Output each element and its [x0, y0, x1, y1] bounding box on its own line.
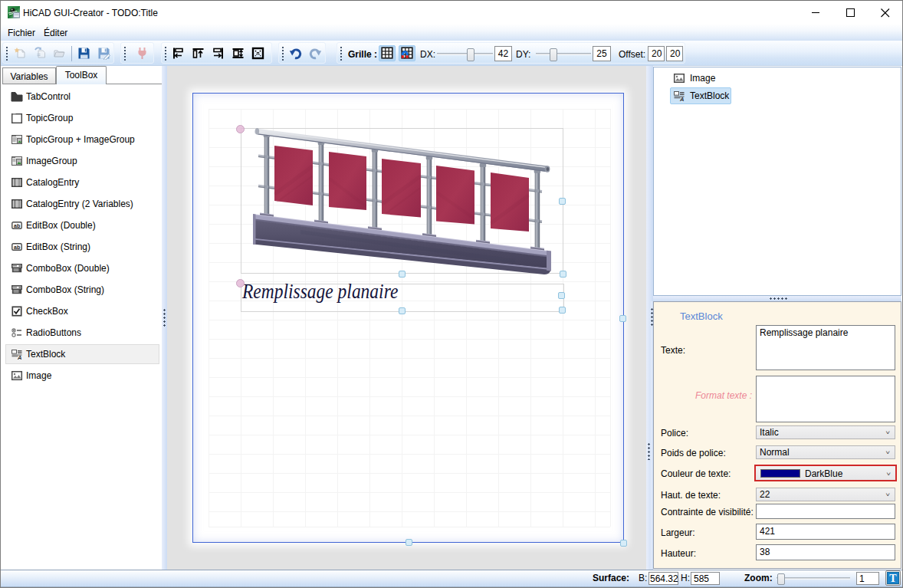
- svg-text:A: A: [679, 96, 684, 102]
- svg-text:A: A: [17, 354, 21, 360]
- svg-text:ab: ab: [14, 245, 20, 250]
- svg-text:ab: ab: [14, 223, 20, 228]
